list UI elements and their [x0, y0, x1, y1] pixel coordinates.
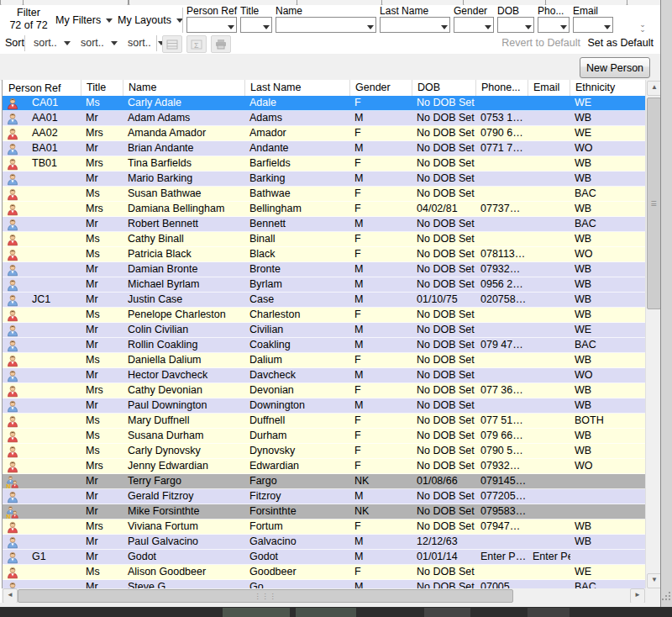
table-row[interactable]: Mr Paul Downington Downington M No DOB S…: [3, 398, 646, 414]
my-layouts-dropdown[interactable]: My Layouts: [118, 13, 183, 28]
cell-title: Mr: [81, 141, 123, 156]
table-row[interactable]: JC1 Mr Justin Case Case M 01/10/75 02075…: [3, 293, 646, 308]
table-row[interactable]: G1 Mr Godot Godot M 01/01/14 Enter P… En…: [3, 550, 646, 565]
table-row[interactable]: Mrs Damiana Bellingham Bellingham F 04/0…: [3, 202, 646, 217]
table-row[interactable]: Mr Steve G… Go… M No DOB Set 07005… BAC: [3, 580, 646, 588]
column-header-gender[interactable]: Gender: [350, 80, 412, 96]
cell-name: Godot: [123, 550, 245, 564]
cell-gender: M: [350, 262, 412, 277]
filter-field-pho-: Pho...: [538, 5, 570, 33]
sort-dropdown-2[interactable]: sort..: [77, 34, 124, 52]
table-row[interactable]: Mrs Jenny Edwardian Edwardian F No DOB S…: [3, 459, 646, 474]
column-header-name[interactable]: Name: [123, 80, 245, 96]
column-header-phone-[interactable]: Phone...: [476, 80, 528, 96]
chevron-down-icon[interactable]: [263, 25, 270, 33]
field-chooser-icon[interactable]: ⌄⌄: [637, 22, 648, 32]
sigma-icon[interactable]: Σ: [186, 35, 207, 53]
table-row[interactable]: Mrs Cathy Devonian Devonian F No DOB Set…: [3, 383, 646, 398]
female-person-icon: [6, 97, 19, 110]
column-header-last-name[interactable]: Last Name: [245, 80, 350, 96]
table-row[interactable]: Mr Michael Byrlam Byrlam M No DOB Set 09…: [3, 277, 646, 293]
table-row[interactable]: Ms Carly Dynovsky Dynovsky F No DOB Set …: [3, 444, 646, 459]
cell-last-name: Goodbeer: [245, 565, 350, 579]
filter-field-input[interactable]: [454, 17, 494, 33]
grid-icon[interactable]: [162, 35, 182, 53]
table-row[interactable]: Ms Penelope Charleston Charleston F No D…: [3, 308, 646, 323]
table-row[interactable]: TB01 Mrs Tina Barfields Barfields F No D…: [3, 156, 646, 171]
column-header-person-ref[interactable]: Person Ref: [3, 80, 81, 96]
revert-to-default-button[interactable]: Revert to Default: [501, 37, 580, 49]
column-header-dob[interactable]: DOB: [412, 80, 476, 96]
table-row[interactable]: Ms Cathy Binall Binall F No DOB Set WB: [3, 232, 646, 247]
my-filters-dropdown[interactable]: My Filters: [55, 13, 113, 28]
table-row[interactable]: Mr Gerald Fitzroy Fitzroy M No DOB Set 0…: [3, 489, 646, 504]
male-person-icon: [6, 490, 19, 504]
cell-email: [528, 232, 570, 246]
cell-phone: 0790 6…: [476, 126, 528, 140]
cell-gender: F: [350, 414, 412, 428]
table-row[interactable]: Ms Alison Goodbeer Goodbeer F No DOB Set…: [3, 565, 646, 580]
horizontal-scrollbar[interactable]: ◄ ⋮⋮⋮ ►: [2, 588, 645, 603]
table-row[interactable]: BA01 Mr Brian Andante Andante M No DOB S…: [3, 141, 646, 156]
table-row[interactable]: Ms Patricia Black Black F No DOB Set 078…: [3, 247, 646, 262]
vertical-scrollbar[interactable]: ▲ ☰ ▼: [645, 80, 661, 588]
vertical-scroll-thumb[interactable]: ☰: [647, 98, 661, 309]
table-row[interactable]: AA02 Mrs Amanda Amador Amador F No DOB S…: [3, 126, 646, 141]
sort-dropdown-label: sort..: [128, 37, 151, 49]
cell-email: [528, 504, 570, 519]
chevron-down-icon[interactable]: [228, 25, 234, 33]
table-row[interactable]: Mr Mario Barking Barking M No DOB Set WB: [3, 171, 646, 187]
filter-field-input[interactable]: [186, 17, 237, 33]
new-person-button[interactable]: New Person: [580, 57, 650, 78]
chevron-down-icon[interactable]: [560, 25, 567, 33]
male-person-icon: [6, 293, 19, 307]
cell-email: [528, 293, 570, 307]
filter-field-name: Name: [276, 5, 376, 33]
filter-field-input[interactable]: [240, 17, 272, 33]
chevron-down-icon[interactable]: [525, 25, 532, 33]
table-row[interactable]: Mr Hector Davcheck Davcheck M No DOB Set…: [3, 368, 646, 383]
filter-field-input[interactable]: [276, 17, 376, 33]
table-row[interactable]: Ms Susana Durham Durham F No DOB Set 079…: [3, 429, 646, 444]
cell-gender: M: [350, 535, 412, 549]
chevron-down-icon[interactable]: [604, 25, 611, 33]
table-row[interactable]: Ms Susan Bathwae Bathwae F No DOB Set BA…: [3, 187, 646, 202]
resize-grip-icon[interactable]: [662, 592, 670, 602]
table-row[interactable]: Ms Mary Duffnell Duffnell F No DOB Set 0…: [3, 414, 646, 429]
table-row[interactable]: Mr Damian Bronte Bronte M No DOB Set 079…: [3, 262, 646, 277]
sort-dropdown-1[interactable]: sort..: [30, 34, 77, 52]
cell-dob: No DOB Set: [412, 504, 476, 519]
set-as-default-button[interactable]: Set as Default: [587, 37, 654, 49]
table-row[interactable]: N Mr Terry Fargo Fargo NK 01/08/66 07914…: [3, 474, 646, 489]
chevron-down-icon[interactable]: [441, 25, 448, 33]
table-row[interactable]: N Mr Mike Forsinthte Forsinthte NK No DO…: [3, 504, 646, 519]
cell-name: Michael Byrlam: [123, 277, 245, 292]
filter-field-input[interactable]: [380, 17, 450, 33]
chevron-down-icon[interactable]: [367, 25, 374, 33]
printer-icon[interactable]: [211, 35, 231, 53]
cell-gender: M: [350, 368, 412, 382]
scroll-right-icon[interactable]: ►: [630, 588, 645, 604]
filter-field-input[interactable]: [497, 17, 534, 33]
table-row[interactable]: AA01 Mr Adam Adams Adams M No DOB Set 07…: [3, 111, 646, 126]
svg-text:N: N: [7, 513, 11, 519]
cell-ethnicity: WB: [570, 519, 646, 534]
chevron-down-icon[interactable]: [485, 25, 491, 33]
table-row[interactable]: Mr Paul Galvacino Galvacino M 12/12/63 W…: [3, 535, 646, 550]
table-row[interactable]: Mr Rollin Coakling Coakling M No DOB Set…: [3, 338, 646, 353]
column-header-title[interactable]: Title: [81, 80, 123, 96]
table-row[interactable]: Ms Daniella Dalium Dalium F No DOB Set W…: [3, 353, 646, 368]
column-header-email[interactable]: Email: [528, 80, 570, 96]
table-header-row: Person RefTitleNameLast NameGenderDOBPho…: [3, 80, 646, 97]
horizontal-scroll-thumb[interactable]: ⋮⋮⋮: [18, 589, 513, 603]
table-row[interactable]: CA01 Ms Carly Adale Adale F No DOB Set W…: [3, 96, 646, 111]
cell-gender: F: [350, 444, 412, 458]
table-row[interactable]: Mrs Viviana Fortum Fortum F No DOB Set 0…: [3, 519, 646, 535]
table-row[interactable]: Mr Colin Civilian Civilian M No DOB Set …: [3, 323, 646, 338]
column-header-ethnicity[interactable]: Ethnicity: [570, 80, 646, 96]
cell-title: Mr: [81, 277, 123, 292]
table-row[interactable]: Mr Robert Bennett Bennett M No DOB Set B…: [3, 217, 646, 232]
scroll-left-icon[interactable]: ◄: [3, 588, 18, 604]
filter-field-input[interactable]: [573, 17, 613, 33]
filter-field-input[interactable]: [538, 17, 570, 33]
